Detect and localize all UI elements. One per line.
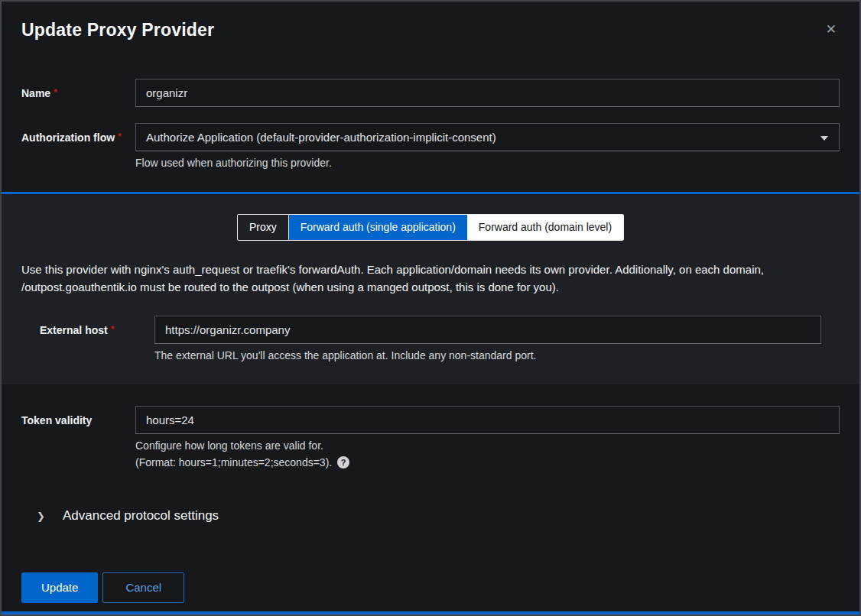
external-host-label: External host* [40,316,154,336]
modal-header: Update Proxy Provider ✕ [2,2,859,41]
proxy-mode-card: Proxy Forward auth (single application) … [2,192,859,384]
advanced-protocol-settings-toggle[interactable]: ❯ Advanced protocol settings [21,508,840,524]
token-validity-label: Token validity [21,406,135,426]
tab-forward-auth-domain-level[interactable]: Forward auth (domain level) [467,215,623,240]
external-host-help: The external URL you'll access the appli… [154,349,821,361]
chevron-down-icon [820,136,828,141]
external-host-input[interactable] [154,316,821,344]
tab-proxy[interactable]: Proxy [238,215,289,240]
chevron-right-icon: ❯ [37,511,47,522]
modal-body: Name* Authorization flow* Authorize Appl… [2,79,859,603]
modal-title: Update Proxy Provider [21,20,214,41]
external-host-row: External host* The external URL you'll a… [40,316,821,361]
authorization-flow-value: Authorize Application (default-provider-… [146,131,496,144]
mode-description: Use this provider with nginx's auth_requ… [21,261,794,297]
advanced-protocol-settings-label: Advanced protocol settings [63,508,219,524]
mode-toggle-group: Proxy Forward auth (single application) … [21,214,840,241]
authorization-flow-select[interactable]: Authorize Application (default-provider-… [135,123,840,151]
required-asterisk: * [111,324,115,335]
token-validity-input[interactable] [135,406,840,434]
cancel-button[interactable]: Cancel [102,572,184,603]
update-button[interactable]: Update [21,572,98,603]
token-validity-help: Configure how long tokens are valid for. [135,439,840,452]
authorization-flow-row: Authorization flow* Authorize Applicatio… [21,123,840,169]
modal-actions: Update Cancel [21,572,840,603]
authorization-flow-label: Authorization flow* [21,123,135,144]
close-button[interactable]: ✕ [823,20,840,39]
tab-forward-auth-single-application[interactable]: Forward auth (single application) [289,215,467,240]
name-input[interactable] [135,79,840,107]
help-question-icon[interactable]: ? [337,456,349,468]
token-validity-format: (Format: hours=1;minutes=2;seconds=3). ? [135,456,840,468]
required-asterisk: * [54,87,57,98]
name-field-row: Name* [21,79,840,107]
token-validity-row: Token validity Configure how long tokens… [21,406,840,468]
required-asterisk: * [118,131,122,142]
close-icon: ✕ [826,22,837,37]
update-proxy-provider-modal: { "modal": { "title": "Update Proxy Prov… [0,0,861,616]
authorization-flow-help: Flow used when authorizing this provider… [135,157,840,169]
bottom-accent-bar [2,611,859,614]
name-label: Name* [21,79,135,99]
